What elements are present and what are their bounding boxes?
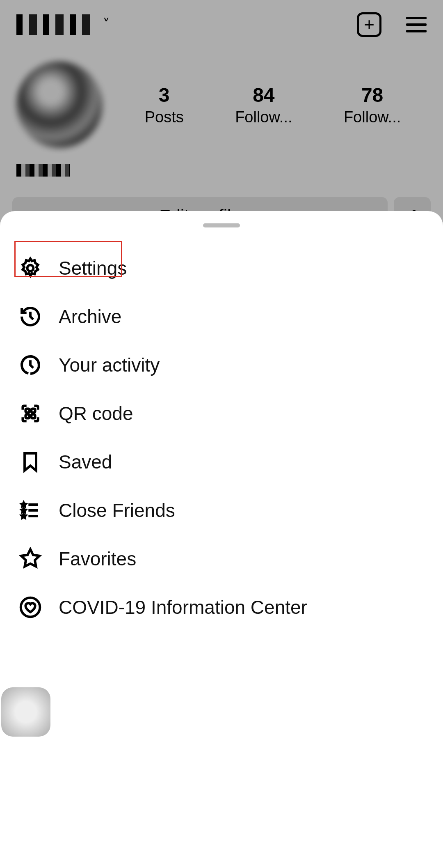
svg-rect-4 — [31, 409, 35, 412]
star-icon — [18, 547, 42, 571]
svg-rect-6 — [31, 414, 35, 418]
gear-icon — [18, 256, 42, 280]
heart-circle-icon — [18, 595, 42, 619]
stats-row: 3 Posts 84 Follow... 78 Follow... — [119, 84, 427, 126]
chevron-down-icon: ˅ — [103, 16, 110, 33]
followers-label: Follow... — [235, 108, 292, 126]
menu-item-covid-info[interactable]: COVID-19 Information Center — [0, 583, 443, 631]
svg-rect-3 — [25, 409, 29, 412]
svg-point-1 — [27, 265, 34, 271]
svg-rect-5 — [25, 414, 29, 418]
profile-header: ˅ + — [0, 0, 443, 49]
menu-label: Close Friends — [59, 499, 175, 521]
hamburger-line — [406, 30, 427, 32]
posts-stat[interactable]: 3 Posts — [145, 84, 184, 126]
plus-icon: + — [364, 14, 374, 35]
menu-label: Your activity — [59, 354, 160, 376]
bookmark-icon — [18, 450, 42, 474]
followers-count: 84 — [235, 84, 292, 106]
history-icon — [18, 305, 42, 328]
menu-item-qrcode[interactable]: QR code — [0, 389, 443, 438]
menu-label: Settings — [59, 257, 127, 279]
username-text-redacted — [16, 14, 94, 35]
hamburger-line — [406, 23, 427, 26]
menu-label: QR code — [59, 402, 133, 425]
menu-item-activity[interactable]: Your activity — [0, 341, 443, 389]
menu-item-settings[interactable]: Settings — [0, 244, 443, 292]
svg-point-7 — [21, 598, 40, 617]
following-stat[interactable]: 78 Follow... — [344, 84, 401, 126]
menu-label: COVID-19 Information Center — [59, 596, 307, 618]
menu-button[interactable] — [406, 17, 427, 32]
following-count: 78 — [344, 84, 401, 106]
posts-label: Posts — [145, 108, 184, 126]
menu-label: Favorites — [59, 548, 136, 570]
qr-icon — [18, 402, 42, 425]
header-actions: + — [357, 12, 427, 37]
menu-label: Saved — [59, 451, 112, 473]
clock-dashed-icon — [18, 353, 42, 377]
profile-stats-section: 3 Posts 84 Follow... 78 Follow... — [0, 49, 443, 160]
sheet-drag-handle[interactable] — [203, 223, 240, 227]
bottom-sheet-menu: Settings Archive Your activity — [0, 211, 443, 868]
hamburger-line — [406, 17, 427, 19]
menu-label: Archive — [59, 305, 121, 328]
profile-avatar[interactable] — [16, 62, 103, 148]
followers-stat[interactable]: 84 Follow... — [235, 84, 292, 126]
list-star-icon — [18, 498, 42, 522]
following-label: Follow... — [344, 108, 401, 126]
menu-item-archive[interactable]: Archive — [0, 292, 443, 341]
menu-item-favorites[interactable]: Favorites — [0, 535, 443, 583]
posts-count: 3 — [145, 84, 184, 106]
create-button[interactable]: + — [357, 12, 381, 37]
assistive-touch-overlay[interactable] — [1, 687, 50, 737]
menu-item-saved[interactable]: Saved — [0, 438, 443, 486]
display-name-redacted — [16, 164, 70, 177]
username-dropdown[interactable]: ˅ — [16, 14, 110, 35]
menu-item-close-friends[interactable]: Close Friends — [0, 486, 443, 535]
